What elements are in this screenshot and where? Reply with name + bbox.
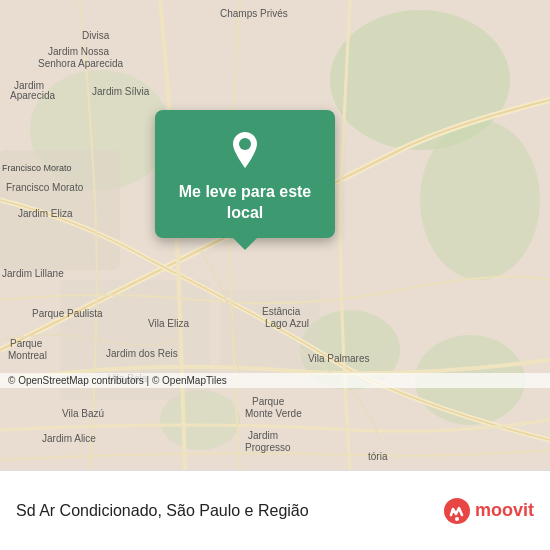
moovit-icon	[443, 497, 471, 525]
svg-rect-7	[0, 150, 120, 270]
svg-point-10	[239, 138, 251, 150]
svg-point-12	[455, 517, 459, 521]
popup-navigate-label: Me leve para este local	[171, 182, 319, 224]
app: Champs Privés Divisa Jardim Nossa Senhor…	[0, 0, 550, 550]
place-name: Sd Ar Condicionado, São Paulo e Região	[16, 502, 443, 520]
map-container: Champs Privés Divisa Jardim Nossa Senhor…	[0, 0, 550, 470]
location-pin-icon	[223, 128, 267, 172]
navigate-popup[interactable]: Me leve para este local	[155, 110, 335, 238]
svg-point-2	[420, 120, 540, 280]
moovit-logo: moovit	[443, 497, 534, 525]
moovit-text: moovit	[475, 500, 534, 521]
map-attribution: © OpenStreetMap contributors | © OpenMap…	[0, 373, 550, 388]
bottom-bar: Sd Ar Condicionado, São Paulo e Região m…	[0, 470, 550, 550]
